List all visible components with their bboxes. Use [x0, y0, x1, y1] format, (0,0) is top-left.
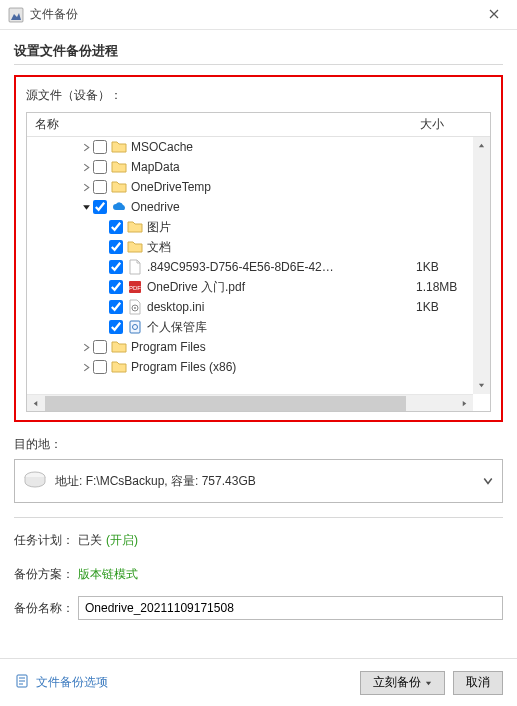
tree-row-checkbox[interactable] [109, 320, 123, 334]
destination-selector[interactable]: 地址: F:\MCsBackup, 容量: 757.43GB [14, 459, 503, 503]
tree-row-label: Program Files (x86) [131, 360, 416, 374]
folder-icon [127, 239, 143, 255]
backup-now-label: 立刻备份 [373, 674, 421, 691]
tree-row-checkbox[interactable] [93, 140, 107, 154]
backup-options-link[interactable]: 文件备份选项 [14, 673, 108, 692]
tree-row-checkbox[interactable] [109, 220, 123, 234]
tree-row-checkbox[interactable] [109, 280, 123, 294]
chevron-down-icon [425, 676, 432, 690]
expand-arrow-icon[interactable] [79, 363, 93, 372]
svg-text:PDF: PDF [129, 285, 141, 291]
pdf-icon: PDF [127, 279, 143, 295]
scheme-label: 备份方案： [14, 562, 78, 586]
tree-row-label: MSOCache [131, 140, 416, 154]
folder-icon [111, 139, 127, 155]
tree-row-label: OneDriveTemp [131, 180, 416, 194]
tree-row[interactable]: Onedrive [27, 197, 490, 217]
schedule-row: 任务计划： 已关 (开启) [14, 528, 503, 552]
scroll-up-button[interactable] [473, 137, 490, 154]
ini-icon [127, 299, 143, 315]
column-header-size[interactable]: 大小 [420, 116, 490, 133]
tree-row-label: Onedrive [131, 200, 416, 214]
tree-row-label: 图片 [147, 219, 416, 236]
tree-row[interactable]: 图片 [27, 217, 490, 237]
window-title: 文件备份 [30, 6, 471, 23]
source-highlight-box: 源文件（设备）： 名称 大小 MSOCacheMapDataOneDriveTe… [14, 75, 503, 422]
tree-row[interactable]: Program Files [27, 337, 490, 357]
collapse-arrow-icon[interactable] [79, 203, 93, 212]
disk-icon [23, 468, 47, 495]
tree-row[interactable]: PDFOneDrive 入门.pdf1.18MB [27, 277, 490, 297]
gear-icon [14, 673, 30, 692]
destination-text: 地址: F:\MCsBackup, 容量: 757.43GB [55, 473, 480, 490]
tree-row-checkbox[interactable] [109, 300, 123, 314]
tree-row-checkbox[interactable] [93, 360, 107, 374]
tree-row-label: .849C9593-D756-4E56-8D6E-42… [147, 260, 416, 274]
tree-row[interactable]: desktop.ini1KB [27, 297, 490, 317]
backup-name-input[interactable] [78, 596, 503, 620]
tree-row[interactable]: OneDriveTemp [27, 177, 490, 197]
folder-icon [111, 179, 127, 195]
expand-arrow-icon[interactable] [79, 343, 93, 352]
backup-name-row: 备份名称： [14, 596, 503, 620]
tree-row-checkbox[interactable] [109, 260, 123, 274]
tree-row-label: MapData [131, 160, 416, 174]
close-icon [489, 8, 499, 22]
section-title: 设置文件备份进程 [14, 42, 503, 60]
schedule-enable-link[interactable]: (开启) [106, 528, 138, 552]
svg-point-4 [134, 307, 136, 309]
scroll-down-button[interactable] [473, 377, 490, 394]
file-icon [127, 259, 143, 275]
tree-row-label: 个人保管库 [147, 319, 416, 336]
horizontal-scrollbar[interactable] [27, 394, 473, 411]
svg-rect-5 [130, 321, 140, 333]
vertical-scrollbar[interactable] [473, 137, 490, 394]
folder-icon [111, 159, 127, 175]
tree-row-checkbox[interactable] [109, 240, 123, 254]
tree-body: MSOCacheMapDataOneDriveTempOnedrive图片文档.… [27, 137, 490, 394]
backup-name-label: 备份名称： [14, 596, 78, 620]
divider [14, 64, 503, 65]
divider [14, 517, 503, 518]
vault-icon [127, 319, 143, 335]
tree-row[interactable]: 个人保管库 [27, 317, 490, 337]
tree-row[interactable]: Program Files (x86) [27, 357, 490, 377]
backup-now-button[interactable]: 立刻备份 [360, 671, 445, 695]
column-header-name[interactable]: 名称 [35, 116, 420, 133]
tree-row[interactable]: .849C9593-D756-4E56-8D6E-42…1KB [27, 257, 490, 277]
scheme-row: 备份方案： 版本链模式 [14, 562, 503, 586]
tree-row-checkbox[interactable] [93, 200, 107, 214]
tree-row-label: Program Files [131, 340, 416, 354]
tree-row-checkbox[interactable] [93, 160, 107, 174]
onedrive-icon [111, 199, 127, 215]
title-bar: 文件备份 [0, 0, 517, 30]
expand-arrow-icon[interactable] [79, 183, 93, 192]
schedule-status: 已关 [78, 528, 102, 552]
scroll-right-button[interactable] [456, 395, 473, 412]
scroll-thumb[interactable] [45, 396, 406, 411]
tree-row-checkbox[interactable] [93, 340, 107, 354]
scheme-mode-link[interactable]: 版本链模式 [78, 562, 138, 586]
tree-row-checkbox[interactable] [93, 180, 107, 194]
destination-label: 目的地： [14, 436, 503, 453]
tree-row-label: 文档 [147, 239, 416, 256]
app-icon [8, 7, 24, 23]
cancel-button[interactable]: 取消 [453, 671, 503, 695]
folder-icon [111, 339, 127, 355]
folder-icon [127, 219, 143, 235]
tree-row[interactable]: MapData [27, 157, 490, 177]
tree-header: 名称 大小 [27, 113, 490, 137]
tree-row-label: desktop.ini [147, 300, 416, 314]
scroll-left-button[interactable] [27, 395, 44, 412]
expand-arrow-icon[interactable] [79, 163, 93, 172]
expand-arrow-icon[interactable] [79, 143, 93, 152]
tree-row[interactable]: MSOCache [27, 137, 490, 157]
source-label: 源文件（设备）： [26, 87, 491, 104]
window-close-button[interactable] [471, 0, 517, 30]
tree-row-label: OneDrive 入门.pdf [147, 279, 416, 296]
file-tree: 名称 大小 MSOCacheMapDataOneDriveTempOnedriv… [26, 112, 491, 412]
folder-icon [111, 359, 127, 375]
tree-row[interactable]: 文档 [27, 237, 490, 257]
schedule-label: 任务计划： [14, 528, 78, 552]
chevron-down-icon [480, 476, 496, 486]
